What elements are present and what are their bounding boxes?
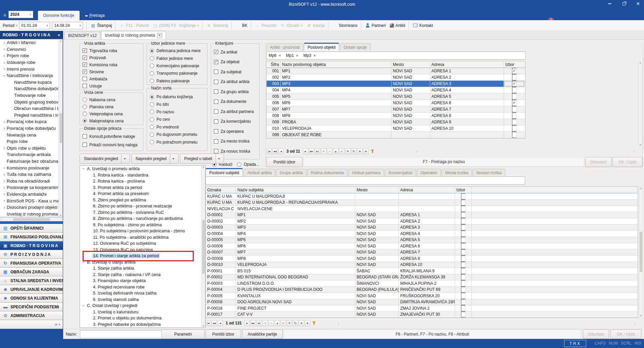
column-header[interactable]: Adresa bbox=[430, 61, 504, 68]
sidebar-tree-item[interactable]: › Trebovanje robe bbox=[0, 92, 62, 99]
report-item[interactable]: 14. Promet i stanje artikla za period bbox=[80, 253, 205, 259]
report-item[interactable]: 13. Ostvarena RuC po nalozima bbox=[80, 247, 205, 253]
checkbox-option[interactable]: Za grupu artikla bbox=[214, 87, 257, 97]
filter-funnel-icon[interactable] bbox=[371, 150, 374, 153]
radio-option[interactable]: Planska cena bbox=[83, 103, 141, 110]
scroll-left-icon[interactable]: ‹ bbox=[1, 218, 2, 221]
tab-pretraga[interactable]: Pretraga bbox=[80, 11, 110, 20]
checkbox-option[interactable]: Usluge bbox=[83, 82, 141, 89]
row-checkbox[interactable] bbox=[461, 243, 465, 249]
checkbox-option[interactable]: Za objekat bbox=[214, 57, 257, 67]
minimize-button[interactable] bbox=[607, 1, 612, 6]
sidebar-tree-item[interactable]: › Interni prenosi bbox=[0, 66, 62, 72]
pager-op-button[interactable]: + bbox=[321, 148, 326, 154]
panel-tab[interactable]: Robna dokumenta bbox=[307, 169, 348, 176]
sidebar-tree-item[interactable]: › Narudžbine i trebovanja bbox=[0, 72, 62, 79]
toolbar-button[interactable]: Artikli ▾ bbox=[388, 22, 407, 29]
radio[interactable] bbox=[150, 110, 154, 114]
pager-op-button[interactable]: ✕ bbox=[345, 148, 351, 154]
tree-expander-icon[interactable]: › bbox=[2, 146, 7, 150]
row-checkbox[interactable] bbox=[512, 68, 516, 74]
close-tab-icon[interactable]: ✕ bbox=[157, 33, 162, 38]
tree-expander-icon[interactable]: › bbox=[2, 126, 7, 131]
table-row[interactable]: 004 MP4 NOVI SAD ADRESA 4 bbox=[267, 87, 525, 93]
report-section-header[interactable]: › B. Izveštaji o stanju artikla bbox=[80, 259, 205, 266]
row-checkbox[interactable] bbox=[461, 231, 465, 237]
report-item[interactable]: 7. Zbirno po artiklima - ostvarena RuC bbox=[80, 209, 205, 216]
table-row[interactable]: 005 MP5 NOVI SAD ADRESA 5 bbox=[267, 93, 525, 100]
row-checkbox[interactable] bbox=[461, 287, 465, 293]
tree-expander-icon[interactable]: › bbox=[2, 192, 7, 196]
radio[interactable] bbox=[150, 56, 154, 61]
toolbar-button[interactable]: Štampaj ▾ bbox=[86, 22, 114, 29]
sidebar-tree-item[interactable]: › Artikli i šifarnici bbox=[0, 39, 62, 46]
row-checkbox[interactable] bbox=[512, 119, 516, 125]
toolbar-button[interactable]: Partneri ▾ bbox=[361, 22, 388, 29]
row-checkbox[interactable] bbox=[461, 249, 465, 256]
trx-indicator[interactable]: TRX bbox=[564, 340, 586, 347]
tree-expander-icon[interactable]: › bbox=[2, 198, 7, 203]
pager-prev-button[interactable]: |◂ bbox=[205, 320, 211, 326]
sidebar-tree-item[interactable]: › Cenovnici bbox=[0, 46, 62, 53]
checkbox-option[interactable]: Za atribut artikla bbox=[214, 77, 257, 87]
tree-expander-icon[interactable]: › bbox=[81, 260, 86, 265]
scroll-up-icon[interactable]: ▴ bbox=[640, 61, 641, 64]
radio-option[interactable]: Definisana jedinica mere bbox=[150, 47, 205, 54]
row-checkbox[interactable] bbox=[512, 74, 516, 80]
report-item[interactable]: 6. Zbirno po artiklima - procenat realiz… bbox=[80, 203, 205, 209]
checkbox[interactable] bbox=[83, 63, 87, 67]
scroll-up-icon[interactable]: ▴ bbox=[202, 166, 204, 169]
table-row[interactable]: 008 MP8 NOVI SAD ADRESA 8 bbox=[267, 113, 525, 119]
table-row[interactable]: 003 MP3 NOVI SAD ADRESA 3 bbox=[267, 81, 525, 87]
checkbox[interactable] bbox=[214, 149, 218, 153]
pager-op-button[interactable]: ↻ bbox=[351, 148, 357, 154]
sidebar-tree-item[interactable]: › Transformacije artikala bbox=[0, 151, 62, 158]
sidebar-more-row[interactable]: » ▾ bbox=[0, 320, 63, 329]
report-item[interactable]: 1. Robna kartica - standardna bbox=[80, 172, 205, 179]
sidebar-group-button[interactable]: ☻ UPRAVLJANJE KADROVIMA bbox=[0, 285, 63, 294]
column-header[interactable]: Oznaka bbox=[206, 187, 236, 193]
ponisti-izbor-button[interactable]: Poništi izbor bbox=[205, 330, 241, 339]
table-row[interactable]: P-00008 DOO AGROLINIJA NOVI SAD NOVI SAD… bbox=[206, 299, 638, 306]
sidebar-tree-item[interactable]: › Povraćaj robe kupca bbox=[0, 118, 62, 125]
report-item[interactable]: 2. Stanje zaliha - nabavna i VP cena bbox=[80, 272, 205, 278]
checkbox-option[interactable]: Trgovačka roba bbox=[83, 47, 141, 54]
sidebar-tree-item[interactable]: › Evidencija ambalaže bbox=[0, 191, 62, 198]
scroll-up-icon[interactable]: ▴ bbox=[60, 39, 61, 42]
row-checkbox[interactable] bbox=[512, 81, 516, 87]
radio[interactable] bbox=[150, 79, 154, 83]
scroll-up-icon[interactable]: ▴ bbox=[640, 187, 642, 190]
sidebar-tree-item[interactable]: › Narudžbine kupaca bbox=[0, 79, 62, 86]
checkbox-option[interactable]: Za mesto troška bbox=[214, 137, 257, 147]
sidebar-group-button[interactable]: ↻ FINANSIJSKA OPERATIVA bbox=[0, 259, 63, 268]
panel-tab[interactable]: Atributi artikla bbox=[243, 169, 275, 176]
column-header[interactable]: Izbor bbox=[455, 187, 472, 193]
table-row[interactable]: 001 MP1 NOVI SAD ADRESA 1 bbox=[267, 68, 525, 74]
table-row[interactable]: P-00017 CAT V-V NOVI SAD ZMAJEVAČKI PUT … bbox=[206, 312, 638, 318]
pager-op-button[interactable]: ✓ bbox=[339, 148, 344, 154]
radio[interactable] bbox=[83, 98, 87, 102]
filter-funnel-icon[interactable] bbox=[312, 321, 316, 325]
pager-op-button[interactable]: ∗ bbox=[299, 320, 304, 326]
radio[interactable] bbox=[150, 132, 154, 137]
period-dropdown[interactable]: Period ▾ bbox=[3, 23, 17, 28]
table-row[interactable]: O-00006 MP6 NOVI SAD ADRESA 6 bbox=[206, 243, 638, 249]
table-row[interactable]: O-00007 MP7 NOVI SAD ADRESA 7 bbox=[206, 249, 638, 256]
checkbox-option[interactable]: Za artikal bbox=[214, 47, 257, 57]
sidebar-group-button[interactable]: ⚙ ADMINISTRACIJA bbox=[0, 311, 63, 320]
scroll-down-icon[interactable]: ▾ bbox=[640, 314, 642, 317]
row-checkbox[interactable] bbox=[461, 206, 465, 212]
pager-op-button[interactable]: ∗ bbox=[363, 148, 369, 154]
scroll-down-icon[interactable]: ▾ bbox=[202, 324, 204, 327]
filter-chip[interactable]: Mp6 ✕ bbox=[269, 53, 281, 58]
view-button[interactable]: Napredni pregled ▾ bbox=[131, 154, 179, 164]
report-item[interactable]: 2. Robna kartica - proširena bbox=[80, 178, 205, 185]
sidebar-tree-item[interactable]: › Obračun narudžbina i trebovanja bbox=[0, 105, 62, 112]
checkbox-option[interactable]: Za komercijalistu bbox=[214, 117, 257, 127]
toolbar-button[interactable]: Označi ▾ bbox=[278, 22, 305, 29]
table-row[interactable]: O-00005 MP5 NOVI SAD ADRESA 5 bbox=[206, 237, 638, 243]
row-checkbox[interactable] bbox=[461, 280, 465, 286]
table-row[interactable]: O-00008 MP8 NOVI SAD ADRESA 8 bbox=[206, 256, 638, 262]
sidebar-tree-item[interactable]: › Narudžbine dobavljačima bbox=[0, 85, 62, 92]
date-to-field[interactable]: 14.08.24 ▾ bbox=[52, 22, 83, 29]
